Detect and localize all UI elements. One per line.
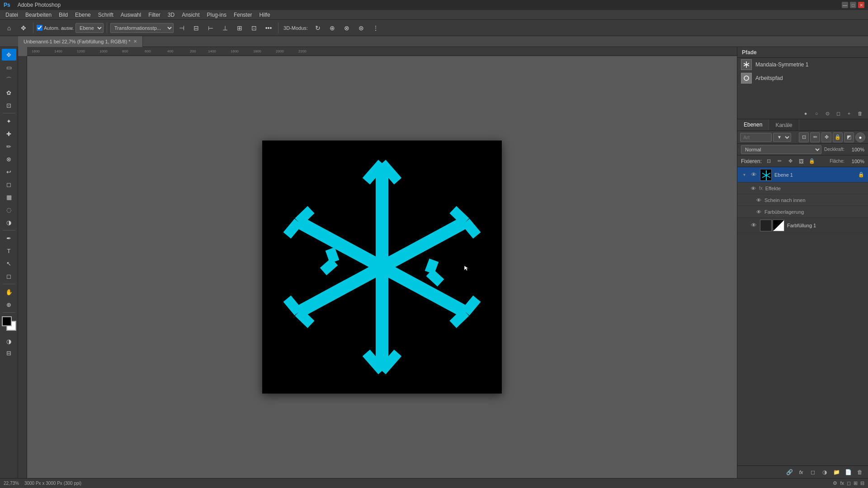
layer-item-ebene1[interactable]: ▾ 👁 Ebene 1 🔒 <box>737 167 868 183</box>
crop-tool[interactable]: ⊡ <box>2 99 16 111</box>
menu-datei[interactable]: Datei <box>2 11 22 19</box>
eraser-tool[interactable]: ◻ <box>2 178 16 190</box>
menu-hilfe[interactable]: Hilfe <box>256 11 274 19</box>
path-select-tool[interactable]: ↖ <box>2 258 16 269</box>
layer-effect-farbe[interactable]: 👁 Farbüberlagerung <box>737 206 868 218</box>
menu-bild[interactable]: Bild <box>55 11 71 19</box>
menu-auswahl[interactable]: Auswahl <box>117 11 145 19</box>
lock-art-button[interactable]: ✏ <box>775 157 783 165</box>
effects-vis[interactable]: 👁 <box>750 185 756 192</box>
distribute-h-button[interactable]: ⊡ <box>248 22 260 34</box>
path-fill-button[interactable]: ● <box>801 109 810 118</box>
tab-kanale[interactable]: Kanäle <box>769 119 799 131</box>
select-tool[interactable]: ▭ <box>2 61 16 73</box>
move-tool-button[interactable]: ✥ <box>17 22 30 34</box>
status-icon-1[interactable]: ⚙ <box>833 480 837 486</box>
menu-plugins[interactable]: Plug-ins <box>203 11 230 19</box>
blur-tool[interactable]: ◌ <box>2 204 16 216</box>
tab-ebenen[interactable]: Ebenen <box>737 119 769 131</box>
lasso-tool[interactable]: ⌒ <box>2 74 16 86</box>
path-delete-button[interactable]: 🗑 <box>855 109 864 118</box>
menu-ebene[interactable]: Ebene <box>71 11 94 19</box>
3d-scale-button[interactable]: ⊗ <box>340 22 353 34</box>
quick-select-tool[interactable]: ✿ <box>2 87 16 99</box>
layer-type-select[interactable]: ▼ <box>773 133 791 142</box>
shape-tool[interactable]: ◻ <box>2 270 16 282</box>
gradient-tool[interactable]: ▦ <box>2 191 16 203</box>
align-right-button[interactable]: ⊢ <box>204 22 217 34</box>
pen-tool[interactable]: ✒ <box>2 232 16 244</box>
minimize-button[interactable]: — <box>842 2 848 8</box>
align-left-button[interactable]: ⊣ <box>175 22 188 34</box>
lock-pos-button[interactable]: ✥ <box>786 157 794 165</box>
document-tab[interactable]: Unbenannt-1 bei 22,7% (Farbfüllung 1, RG… <box>18 36 143 47</box>
pixel-lock-button[interactable]: ⊡ <box>799 132 809 142</box>
menu-filter[interactable]: Filter <box>145 11 164 19</box>
add-mask-button[interactable]: ◻ <box>808 468 817 477</box>
delete-layer-button[interactable]: 🗑 <box>855 468 864 477</box>
history-brush[interactable]: ↩ <box>2 166 16 178</box>
dodge-tool[interactable]: ◑ <box>2 216 16 228</box>
pos-lock-button[interactable]: ✥ <box>821 132 831 142</box>
hand-tool[interactable]: ✋ <box>2 286 16 298</box>
3d-pan-button[interactable]: ⊕ <box>326 22 339 34</box>
layer-effects-header[interactable]: 👁 fx Effekte <box>737 183 868 194</box>
menu-ansicht[interactable]: Ansicht <box>178 11 203 19</box>
layer-effect-schein[interactable]: 👁 Schein nach innen <box>737 194 868 206</box>
art-lock-button[interactable]: ✏ <box>810 132 820 142</box>
layer-search-input[interactable] <box>740 133 772 142</box>
path-item-arbeitspfad[interactable]: Arbeitspfad <box>737 71 868 85</box>
screen-mode-button[interactable]: ⊟ <box>2 347 16 359</box>
status-icon-3[interactable]: ◻ <box>847 480 851 486</box>
lock-all-button[interactable]: 🔒 <box>808 157 816 165</box>
menu-fenster[interactable]: Fenster <box>230 11 256 19</box>
clone-tool[interactable]: ⊗ <box>2 153 16 165</box>
distribute-v-button[interactable]: ⊞ <box>233 22 246 34</box>
adjustment-button[interactable]: ◑ <box>820 468 829 477</box>
path-selection-button[interactable]: ⊙ <box>823 109 832 118</box>
color-swatches[interactable] <box>2 316 16 331</box>
3d-move-button[interactable]: ⊛ <box>355 22 368 34</box>
menu-3d[interactable]: 3D <box>164 11 178 19</box>
layer-visibility-farbfullung[interactable]: 👁 <box>750 222 757 229</box>
group-button[interactable]: 📁 <box>832 468 841 477</box>
status-icon-5[interactable]: ⊟ <box>860 480 864 486</box>
transformation-select[interactable]: Transformationsstp... <box>110 23 174 33</box>
circle-indicator[interactable]: ● <box>855 132 865 142</box>
blend-mode-select[interactable]: Normal <box>741 145 821 154</box>
move-tool[interactable]: ✥ <box>2 49 16 61</box>
align-bottom-button[interactable]: ⊥ <box>219 22 231 34</box>
layer-visibility-ebene1[interactable]: 👁 <box>750 171 757 178</box>
smart-button[interactable]: ◩ <box>844 132 854 142</box>
align-center-button[interactable]: ⊟ <box>190 22 203 34</box>
path-new-button[interactable]: + <box>844 109 854 118</box>
layer-expand-icon[interactable]: ▾ <box>741 172 747 178</box>
path-mask-button[interactable]: ◻ <box>834 109 843 118</box>
autom-checkbox[interactable] <box>37 25 42 31</box>
status-icon-4[interactable]: ⊞ <box>854 480 858 486</box>
more-button[interactable]: ••• <box>262 22 275 34</box>
3d-extra-button[interactable]: ⋮ <box>369 22 382 34</box>
layer-item-farbfullung[interactable]: ▾ 👁 Farbfüllung 1 <box>737 218 868 233</box>
brush-tool[interactable]: ✏ <box>2 141 16 152</box>
link-layers-button[interactable]: 🔗 <box>785 468 794 477</box>
tab-close-button[interactable]: ✕ <box>133 39 137 44</box>
lock-pixel-button[interactable]: ⊡ <box>764 157 773 165</box>
all-lock-button[interactable]: 🔒 <box>833 132 843 142</box>
menu-bearbeiten[interactable]: Bearbeiten <box>22 11 55 19</box>
healing-tool[interactable]: ✚ <box>2 128 16 140</box>
zoom-tool[interactable]: ⊕ <box>2 299 16 310</box>
close-button[interactable]: ✕ <box>858 2 864 8</box>
path-stroke-button[interactable]: ○ <box>812 109 821 118</box>
maximize-button[interactable]: □ <box>850 2 856 8</box>
layer-select[interactable]: Ebene <box>75 23 104 33</box>
lock-artboard-button[interactable]: 🖼 <box>797 157 805 165</box>
foreground-color[interactable] <box>2 316 12 326</box>
status-icon-2[interactable]: fx <box>840 480 844 486</box>
effect-schein-vis[interactable]: 👁 <box>755 197 762 203</box>
effect-farbe-vis[interactable]: 👁 <box>755 209 762 215</box>
path-item-mandala[interactable]: Mandala-Symmetrie 1 <box>737 58 868 71</box>
new-layer-button[interactable]: 📄 <box>844 468 853 477</box>
quick-mask-button[interactable]: ◑ <box>2 335 16 347</box>
fx-button[interactable]: fx <box>797 468 806 477</box>
